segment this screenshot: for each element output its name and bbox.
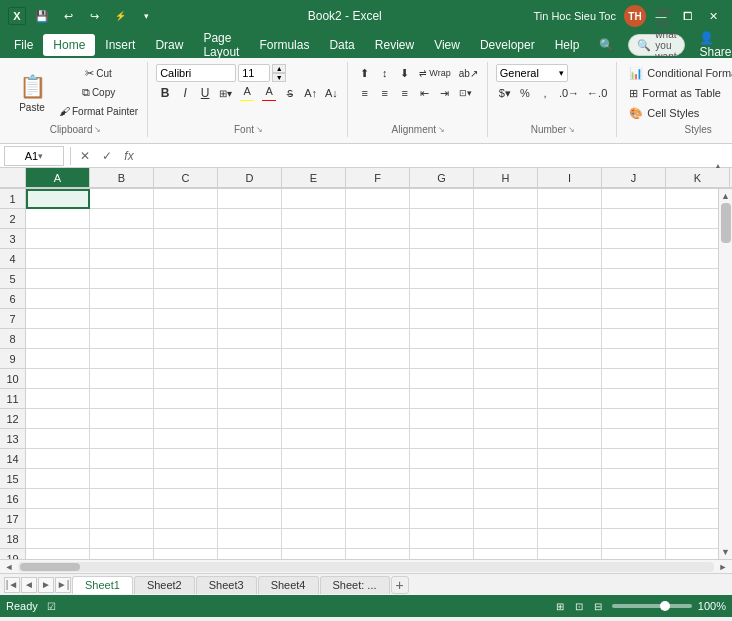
menu-formulas[interactable]: Formulas bbox=[249, 34, 319, 56]
cell-D5[interactable] bbox=[218, 269, 282, 289]
increase-font-button[interactable]: A↑ bbox=[301, 84, 320, 102]
row-num-5[interactable]: 5 bbox=[0, 269, 25, 289]
cell-D8[interactable] bbox=[218, 329, 282, 349]
cell-I15[interactable] bbox=[538, 469, 602, 489]
decrease-font-button[interactable]: A↓ bbox=[322, 84, 341, 102]
col-header-H[interactable]: H bbox=[474, 168, 538, 188]
cell-H9[interactable] bbox=[474, 349, 538, 369]
cell-J19[interactable] bbox=[602, 549, 666, 559]
font-size-increase[interactable]: ▲ bbox=[272, 64, 286, 73]
cell-A19[interactable] bbox=[26, 549, 90, 559]
cell-D6[interactable] bbox=[218, 289, 282, 309]
cell-G13[interactable] bbox=[410, 429, 474, 449]
cell-F10[interactable] bbox=[346, 369, 410, 389]
row-num-9[interactable]: 9 bbox=[0, 349, 25, 369]
cell-K11[interactable] bbox=[666, 389, 718, 409]
italic-button[interactable]: I bbox=[176, 84, 194, 102]
cell-G6[interactable] bbox=[410, 289, 474, 309]
cell-F13[interactable] bbox=[346, 429, 410, 449]
cell-K8[interactable] bbox=[666, 329, 718, 349]
row-num-3[interactable]: 3 bbox=[0, 229, 25, 249]
cell-D12[interactable] bbox=[218, 409, 282, 429]
font-size-input[interactable] bbox=[238, 64, 270, 82]
paste-button[interactable]: 📋 Paste bbox=[10, 64, 54, 122]
restore-button[interactable]: ⧠ bbox=[676, 5, 698, 27]
percent-button[interactable]: % bbox=[516, 84, 534, 102]
cell-K18[interactable] bbox=[666, 529, 718, 549]
cell-A2[interactable] bbox=[26, 209, 90, 229]
cell-F15[interactable] bbox=[346, 469, 410, 489]
cell-I1[interactable] bbox=[538, 189, 602, 209]
align-middle-button[interactable]: ↕ bbox=[376, 64, 394, 82]
hscroll-thumb[interactable] bbox=[20, 563, 80, 571]
zoom-slider[interactable] bbox=[612, 604, 692, 608]
copy-button[interactable]: ⧉ Copy bbox=[56, 83, 141, 101]
cell-H5[interactable] bbox=[474, 269, 538, 289]
cell-D2[interactable] bbox=[218, 209, 282, 229]
cell-J2[interactable] bbox=[602, 209, 666, 229]
font-dialog-arrow[interactable]: ↘ bbox=[256, 125, 263, 134]
cell-F9[interactable] bbox=[346, 349, 410, 369]
cell-G7[interactable] bbox=[410, 309, 474, 329]
cell-B18[interactable] bbox=[90, 529, 154, 549]
cell-B16[interactable] bbox=[90, 489, 154, 509]
cell-E9[interactable] bbox=[282, 349, 346, 369]
add-sheet-button[interactable]: + bbox=[391, 576, 409, 594]
cell-C1[interactable] bbox=[154, 189, 218, 209]
cell-D18[interactable] bbox=[218, 529, 282, 549]
cell-J1[interactable] bbox=[602, 189, 666, 209]
cell-K12[interactable] bbox=[666, 409, 718, 429]
cell-K1[interactable] bbox=[666, 189, 718, 209]
align-top-button[interactable]: ⬆ bbox=[356, 64, 374, 82]
search-icon[interactable]: 🔍 bbox=[589, 34, 624, 56]
cell-A5[interactable] bbox=[26, 269, 90, 289]
cell-A10[interactable] bbox=[26, 369, 90, 389]
menu-file[interactable]: File bbox=[4, 34, 43, 56]
cell-C19[interactable] bbox=[154, 549, 218, 559]
menu-data[interactable]: Data bbox=[319, 34, 364, 56]
cell-J18[interactable] bbox=[602, 529, 666, 549]
bold-button[interactable]: B bbox=[156, 84, 174, 102]
number-format-box[interactable]: General ▾ bbox=[496, 64, 568, 82]
sheet-tab-4[interactable]: Sheet4 bbox=[258, 576, 319, 594]
cell-I12[interactable] bbox=[538, 409, 602, 429]
cell-H6[interactable] bbox=[474, 289, 538, 309]
decrease-indent-button[interactable]: ⇤ bbox=[416, 84, 434, 102]
confirm-formula-icon[interactable]: ✓ bbox=[99, 148, 115, 164]
cell-J4[interactable] bbox=[602, 249, 666, 269]
cell-E15[interactable] bbox=[282, 469, 346, 489]
comma-button[interactable]: , bbox=[536, 84, 554, 102]
cell-J5[interactable] bbox=[602, 269, 666, 289]
sheet-tab-3[interactable]: Sheet3 bbox=[196, 576, 257, 594]
cell-B2[interactable] bbox=[90, 209, 154, 229]
cell-J10[interactable] bbox=[602, 369, 666, 389]
cell-J9[interactable] bbox=[602, 349, 666, 369]
qat-redo[interactable]: ↪ bbox=[84, 6, 104, 26]
cell-A13[interactable] bbox=[26, 429, 90, 449]
col-header-C[interactable]: C bbox=[154, 168, 218, 188]
cell-B9[interactable] bbox=[90, 349, 154, 369]
cell-C11[interactable] bbox=[154, 389, 218, 409]
qat-autosave[interactable]: ⚡ bbox=[110, 6, 130, 26]
row-num-4[interactable]: 4 bbox=[0, 249, 25, 269]
cell-F11[interactable] bbox=[346, 389, 410, 409]
menu-review[interactable]: Review bbox=[365, 34, 424, 56]
scroll-down-arrow[interactable]: ▼ bbox=[719, 545, 733, 559]
cell-C17[interactable] bbox=[154, 509, 218, 529]
number-dialog-arrow[interactable]: ↘ bbox=[568, 125, 575, 134]
align-left-button[interactable]: ≡ bbox=[356, 84, 374, 102]
zoom-thumb[interactable] bbox=[660, 601, 670, 611]
col-header-D[interactable]: D bbox=[218, 168, 282, 188]
underline-button[interactable]: U bbox=[196, 84, 214, 102]
cell-I16[interactable] bbox=[538, 489, 602, 509]
cell-H7[interactable] bbox=[474, 309, 538, 329]
cell-B4[interactable] bbox=[90, 249, 154, 269]
cell-E12[interactable] bbox=[282, 409, 346, 429]
cell-K19[interactable] bbox=[666, 549, 718, 559]
wrap-text-button[interactable]: ⇌ Wrap bbox=[416, 64, 454, 82]
qat-save[interactable]: 💾 bbox=[32, 6, 52, 26]
share-button[interactable]: 👤 Share bbox=[689, 34, 732, 56]
menu-draw[interactable]: Draw bbox=[145, 34, 193, 56]
row-num-1[interactable]: 1 bbox=[0, 189, 25, 209]
cell-G8[interactable] bbox=[410, 329, 474, 349]
